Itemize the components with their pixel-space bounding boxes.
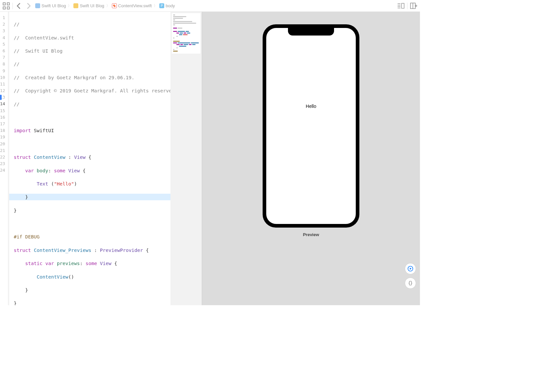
line-number: 23	[0, 160, 5, 167]
line-number: 8	[0, 61, 5, 67]
divider	[407, 3, 407, 9]
code-line: // Created by Goetz Markgraf on 29.06.19…	[14, 74, 178, 81]
breakpoint-indicator[interactable]	[0, 95, 2, 100]
code-editor[interactable]: // // ContentView.swift // Swift UI Blog…	[9, 12, 178, 305]
folder-icon	[73, 3, 78, 8]
preview-label: Preview	[202, 232, 420, 237]
code-line: //	[14, 21, 178, 28]
swift-file-icon	[112, 3, 117, 8]
line-number: 19	[0, 134, 5, 140]
line-number: 12	[0, 87, 5, 94]
chevron-right-icon: 〉	[154, 3, 157, 8]
crumb-file[interactable]: ContentView.swift	[111, 3, 153, 9]
device-preview[interactable]: Hello	[263, 24, 359, 228]
code-line: Text ("Hello")	[14, 181, 178, 187]
code-line: }	[14, 207, 178, 214]
line-gutter[interactable]: 1 2 3 4 5 6 7 8 9 10 11 12 13 14 15 16 1…	[0, 12, 9, 305]
code-line: static var previews: some View {	[14, 260, 178, 267]
main: 1 2 3 4 5 6 7 8 9 10 11 12 13 14 15 16 1…	[0, 12, 420, 305]
code-line: }	[14, 300, 178, 305]
crumb-label: ContentView.swift	[118, 3, 152, 8]
line-number: 5	[0, 41, 5, 48]
toolbar: Swift UI Blog 〉 Swift UI Blog 〉 ContentV…	[0, 0, 420, 12]
svg-rect-3	[7, 7, 10, 9]
line-number: 17	[0, 121, 5, 127]
svg-rect-0	[3, 3, 5, 5]
code-line: struct ContentView : View {	[14, 154, 178, 160]
line-number: 16	[0, 114, 5, 121]
line-number: 18	[0, 127, 5, 134]
line-number: 22	[0, 154, 5, 160]
line-number-current: 14	[0, 101, 5, 107]
preview-text: Hello	[306, 104, 316, 109]
preview-pane: Hello Preview	[202, 12, 420, 305]
add-editor-icon[interactable]	[410, 2, 417, 10]
breadcrumb: Swift UI Blog 〉 Swift UI Blog 〉 ContentV…	[34, 3, 395, 9]
chevron-right-icon: 〉	[68, 3, 71, 8]
editor-layout-icon[interactable]	[397, 2, 404, 10]
toolbar-right	[397, 2, 417, 10]
line-number: 1	[0, 14, 5, 21]
minimap-pane	[170, 12, 202, 305]
device-screen: Hello	[266, 28, 356, 224]
code-line: var body: some View {	[14, 167, 178, 174]
divider	[13, 3, 13, 9]
crumb-label: Swift UI Blog	[80, 3, 104, 8]
code-line: struct ContentView_Previews : PreviewPro…	[14, 247, 178, 254]
line-number: 24	[0, 167, 5, 174]
project-icon	[35, 3, 40, 8]
code-line: ContentView()	[14, 274, 178, 280]
line-number: 11	[0, 81, 5, 87]
code-line	[14, 114, 178, 121]
svg-rect-2	[3, 7, 5, 9]
minimap[interactable]	[172, 13, 200, 54]
line-number: 9	[0, 68, 5, 74]
code-line: // Copyright © 2019 Goetz Markgraf. All …	[14, 87, 178, 94]
preview-play-button[interactable]	[405, 263, 416, 274]
line-number: 2	[0, 21, 5, 28]
crumb-project[interactable]: Swift UI Blog	[34, 3, 67, 9]
property-icon: P	[159, 3, 164, 8]
line-number: 7	[0, 54, 5, 61]
code-line: import SwiftUI	[14, 127, 178, 134]
crumb-label: Swift UI Blog	[41, 3, 66, 8]
crumb-label: body	[166, 3, 175, 8]
code-line: // Swift UI Blog	[14, 48, 178, 54]
code-line	[14, 220, 178, 227]
editor-pane: 1 2 3 4 5 6 7 8 9 10 11 12 13 14 15 16 1…	[0, 12, 170, 305]
code-line: //	[14, 101, 178, 108]
chevron-right-icon: 〉	[106, 3, 110, 8]
svg-rect-1	[7, 3, 10, 5]
code-line: #if DEBUG	[14, 233, 178, 240]
crumb-symbol[interactable]: Pbody	[158, 3, 176, 9]
nav-forward-icon[interactable]	[25, 2, 32, 10]
code-line: }	[14, 287, 178, 293]
svg-marker-14	[410, 268, 411, 270]
crumb-folder[interactable]: Swift UI Blog	[72, 3, 105, 9]
preview-pin-button[interactable]	[405, 278, 416, 289]
code-line: //	[14, 61, 178, 67]
related-items-icon[interactable]	[3, 2, 10, 10]
device-notch	[288, 28, 334, 36]
line-number: 20	[0, 141, 5, 147]
line-number: 3	[0, 28, 5, 34]
line-number: 10	[0, 74, 5, 81]
line-number: 21	[0, 147, 5, 154]
svg-rect-15	[409, 281, 412, 285]
line-number: 15	[0, 108, 5, 114]
line-number: 4	[0, 35, 5, 41]
code-line	[14, 141, 178, 147]
code-line: // ContentView.swift	[14, 35, 178, 41]
nav-back-icon[interactable]	[15, 2, 23, 10]
line-number: 6	[0, 48, 5, 54]
svg-rect-8	[402, 3, 404, 8]
